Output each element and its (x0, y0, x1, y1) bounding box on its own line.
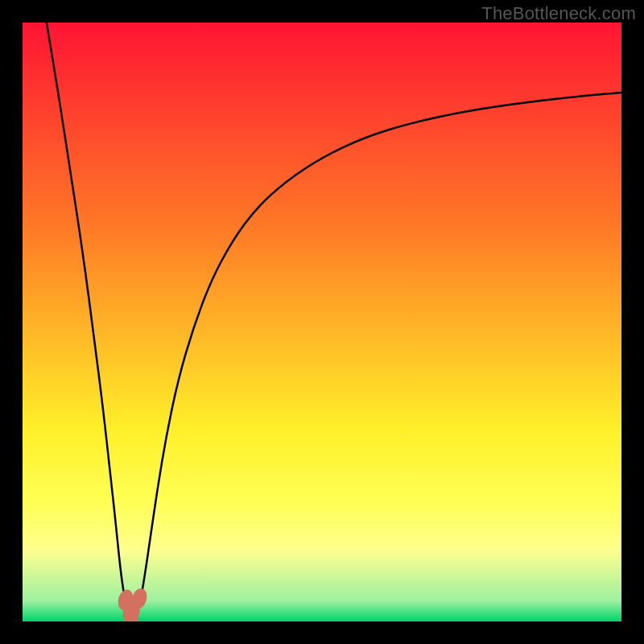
sweet-spot-markers (116, 587, 150, 621)
plot-area (23, 23, 621, 621)
curve-line (47, 23, 621, 618)
watermark-text: TheBottleneck.com (481, 3, 636, 24)
chart-frame: TheBottleneck.com (0, 0, 644, 644)
bottleneck-curve (23, 23, 621, 621)
